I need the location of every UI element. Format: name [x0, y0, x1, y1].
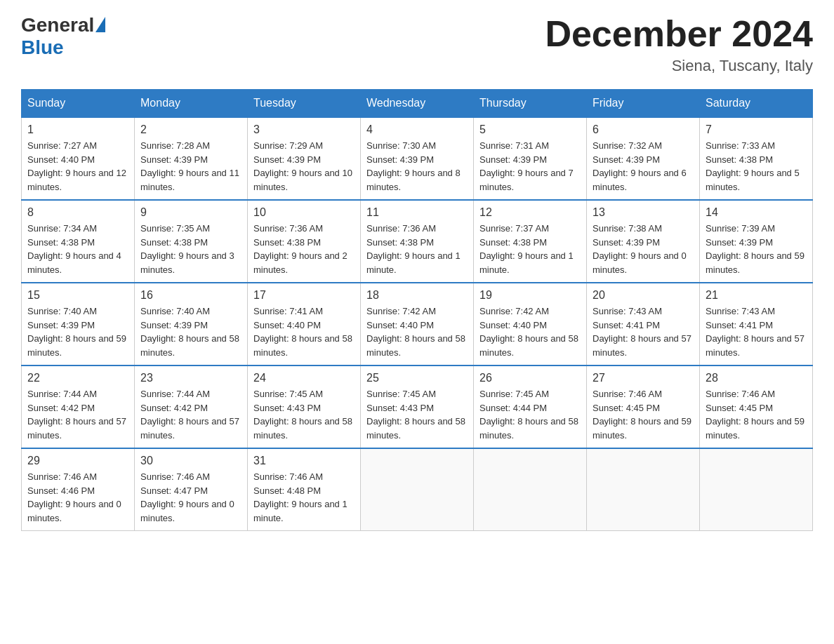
calendar-cell: 23Sunrise: 7:44 AMSunset: 4:42 PMDayligh…: [135, 365, 248, 448]
day-info: Sunrise: 7:45 AMSunset: 4:43 PMDaylight:…: [366, 387, 468, 442]
day-number: 27: [593, 372, 694, 384]
calendar-cell: 19Sunrise: 7:42 AMSunset: 4:40 PMDayligh…: [474, 283, 587, 365]
day-info: Sunrise: 7:43 AMSunset: 4:41 PMDaylight:…: [593, 304, 694, 359]
day-info: Sunrise: 7:41 AMSunset: 4:40 PMDaylight:…: [253, 304, 355, 359]
calendar-cell: 14Sunrise: 7:39 AMSunset: 4:39 PMDayligh…: [700, 200, 813, 283]
calendar-cell: 31Sunrise: 7:46 AMSunset: 4:48 PMDayligh…: [248, 448, 361, 531]
day-number: 4: [366, 123, 468, 136]
calendar-week-row: 22Sunrise: 7:44 AMSunset: 4:42 PMDayligh…: [22, 365, 813, 448]
day-info: Sunrise: 7:46 AMSunset: 4:45 PMDaylight:…: [593, 387, 694, 442]
day-info: Sunrise: 7:44 AMSunset: 4:42 PMDaylight:…: [27, 387, 128, 442]
day-info: Sunrise: 7:44 AMSunset: 4:42 PMDaylight:…: [140, 387, 241, 442]
day-info: Sunrise: 7:31 AMSunset: 4:39 PMDaylight:…: [479, 139, 581, 194]
calendar-cell: 11Sunrise: 7:36 AMSunset: 4:38 PMDayligh…: [361, 200, 474, 283]
calendar-cell: 29Sunrise: 7:46 AMSunset: 4:46 PMDayligh…: [22, 448, 135, 531]
calendar-cell: 28Sunrise: 7:46 AMSunset: 4:45 PMDayligh…: [700, 365, 813, 448]
calendar-cell: 2Sunrise: 7:28 AMSunset: 4:39 PMDaylight…: [135, 117, 248, 200]
day-info: Sunrise: 7:46 AMSunset: 4:45 PMDaylight:…: [706, 387, 807, 442]
day-number: 12: [479, 206, 581, 219]
day-number: 7: [706, 123, 807, 136]
day-number: 20: [593, 289, 694, 302]
day-info: Sunrise: 7:36 AMSunset: 4:38 PMDaylight:…: [253, 222, 355, 276]
day-info: Sunrise: 7:46 AMSunset: 4:48 PMDaylight:…: [253, 470, 355, 525]
calendar-cell: [361, 448, 474, 531]
calendar-cell: 18Sunrise: 7:42 AMSunset: 4:40 PMDayligh…: [361, 283, 474, 365]
day-number: 14: [706, 206, 807, 219]
calendar-cell: 7Sunrise: 7:33 AMSunset: 4:38 PMDaylight…: [700, 117, 813, 200]
calendar-week-row: 8Sunrise: 7:34 AMSunset: 4:38 PMDaylight…: [22, 200, 813, 283]
day-number: 6: [593, 123, 694, 136]
day-number: 16: [140, 289, 241, 302]
day-number: 11: [366, 206, 468, 219]
calendar-cell: 8Sunrise: 7:34 AMSunset: 4:38 PMDaylight…: [22, 200, 135, 283]
calendar-cell: [474, 448, 587, 531]
day-number: 21: [706, 289, 807, 302]
day-info: Sunrise: 7:34 AMSunset: 4:38 PMDaylight:…: [27, 222, 128, 276]
day-number: 24: [253, 372, 355, 384]
day-header-wednesday: Wednesday: [361, 90, 474, 118]
day-number: 3: [253, 123, 355, 136]
location: Siena, Tuscany, Italy: [545, 57, 813, 75]
day-info: Sunrise: 7:38 AMSunset: 4:39 PMDaylight:…: [593, 222, 694, 276]
calendar-table: SundayMondayTuesdayWednesdayThursdayFrid…: [21, 89, 813, 531]
calendar-cell: 16Sunrise: 7:40 AMSunset: 4:39 PMDayligh…: [135, 283, 248, 365]
logo-general-text: General: [21, 14, 94, 36]
day-header-friday: Friday: [587, 90, 700, 118]
calendar-cell: 17Sunrise: 7:41 AMSunset: 4:40 PMDayligh…: [248, 283, 361, 365]
day-number: 19: [479, 289, 581, 302]
day-header-tuesday: Tuesday: [248, 90, 361, 118]
day-info: Sunrise: 7:45 AMSunset: 4:43 PMDaylight:…: [253, 387, 355, 442]
day-number: 30: [140, 455, 241, 467]
calendar-cell: 25Sunrise: 7:45 AMSunset: 4:43 PMDayligh…: [361, 365, 474, 448]
day-header-monday: Monday: [135, 90, 248, 118]
day-header-saturday: Saturday: [700, 90, 813, 118]
calendar-cell: 3Sunrise: 7:29 AMSunset: 4:39 PMDaylight…: [248, 117, 361, 200]
day-number: 1: [27, 123, 128, 136]
day-number: 5: [479, 123, 581, 136]
calendar-cell: 4Sunrise: 7:30 AMSunset: 4:39 PMDaylight…: [361, 117, 474, 200]
day-header-sunday: Sunday: [22, 90, 135, 118]
calendar-cell: 21Sunrise: 7:43 AMSunset: 4:41 PMDayligh…: [700, 283, 813, 365]
day-info: Sunrise: 7:42 AMSunset: 4:40 PMDaylight:…: [366, 304, 468, 359]
day-info: Sunrise: 7:42 AMSunset: 4:40 PMDaylight:…: [479, 304, 581, 359]
day-info: Sunrise: 7:30 AMSunset: 4:39 PMDaylight:…: [366, 139, 468, 194]
day-info: Sunrise: 7:40 AMSunset: 4:39 PMDaylight:…: [140, 304, 241, 359]
day-number: 9: [140, 206, 241, 219]
day-info: Sunrise: 7:28 AMSunset: 4:39 PMDaylight:…: [140, 139, 241, 194]
calendar-cell: 12Sunrise: 7:37 AMSunset: 4:38 PMDayligh…: [474, 200, 587, 283]
day-info: Sunrise: 7:39 AMSunset: 4:39 PMDaylight:…: [706, 222, 807, 276]
calendar-cell: 27Sunrise: 7:46 AMSunset: 4:45 PMDayligh…: [587, 365, 700, 448]
month-title: December 2024: [545, 14, 813, 54]
logo: General Blue: [21, 14, 105, 59]
day-info: Sunrise: 7:46 AMSunset: 4:46 PMDaylight:…: [27, 470, 128, 525]
calendar-week-row: 29Sunrise: 7:46 AMSunset: 4:46 PMDayligh…: [22, 448, 813, 531]
day-info: Sunrise: 7:46 AMSunset: 4:47 PMDaylight:…: [140, 470, 241, 525]
day-number: 8: [27, 206, 128, 219]
calendar-cell: [587, 448, 700, 531]
day-number: 2: [140, 123, 241, 136]
day-header-thursday: Thursday: [474, 90, 587, 118]
day-number: 22: [27, 372, 128, 384]
day-info: Sunrise: 7:36 AMSunset: 4:38 PMDaylight:…: [366, 222, 468, 276]
day-number: 17: [253, 289, 355, 302]
calendar-header-row: SundayMondayTuesdayWednesdayThursdayFrid…: [22, 90, 813, 118]
calendar-cell: 5Sunrise: 7:31 AMSunset: 4:39 PMDaylight…: [474, 117, 587, 200]
day-info: Sunrise: 7:43 AMSunset: 4:41 PMDaylight:…: [706, 304, 807, 359]
logo-triangle-icon: [95, 17, 105, 32]
calendar-week-row: 1Sunrise: 7:27 AMSunset: 4:40 PMDaylight…: [22, 117, 813, 200]
calendar-cell: 10Sunrise: 7:36 AMSunset: 4:38 PMDayligh…: [248, 200, 361, 283]
calendar-cell: 26Sunrise: 7:45 AMSunset: 4:44 PMDayligh…: [474, 365, 587, 448]
day-info: Sunrise: 7:37 AMSunset: 4:38 PMDaylight:…: [479, 222, 581, 276]
day-info: Sunrise: 7:40 AMSunset: 4:39 PMDaylight:…: [27, 304, 128, 359]
day-info: Sunrise: 7:33 AMSunset: 4:38 PMDaylight:…: [706, 139, 807, 194]
day-info: Sunrise: 7:45 AMSunset: 4:44 PMDaylight:…: [479, 387, 581, 442]
page-header: General Blue December 2024 Siena, Tuscan…: [21, 14, 813, 75]
day-number: 23: [140, 372, 241, 384]
logo-blue-text: Blue: [21, 36, 64, 59]
title-area: December 2024 Siena, Tuscany, Italy: [545, 14, 813, 75]
day-info: Sunrise: 7:27 AMSunset: 4:40 PMDaylight:…: [27, 139, 128, 194]
day-number: 18: [366, 289, 468, 302]
calendar-cell: 1Sunrise: 7:27 AMSunset: 4:40 PMDaylight…: [22, 117, 135, 200]
day-info: Sunrise: 7:32 AMSunset: 4:39 PMDaylight:…: [593, 139, 694, 194]
calendar-cell: 15Sunrise: 7:40 AMSunset: 4:39 PMDayligh…: [22, 283, 135, 365]
